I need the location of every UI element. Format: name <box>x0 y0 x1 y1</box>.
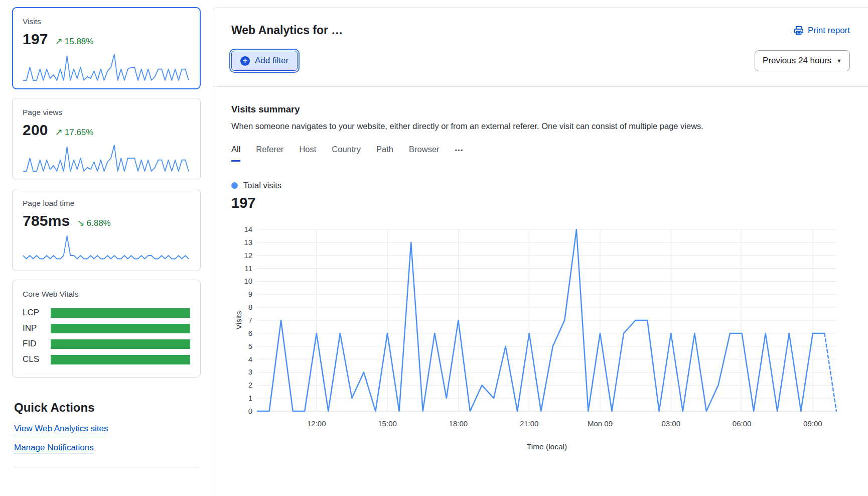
sparkline <box>23 52 189 82</box>
x-axis-title: Time (local) <box>527 442 567 451</box>
x-tick-label: 18:00 <box>449 419 468 428</box>
y-tick-label: 4 <box>248 355 252 363</box>
y-tick-label: 8 <box>248 303 252 311</box>
quick-action-link-1[interactable]: Manage Notifications <box>14 443 94 453</box>
y-tick-label: 0 <box>248 407 252 415</box>
metric-value: 197 <box>23 31 48 48</box>
cwv-bar-good <box>51 355 190 364</box>
tabs-more-ellipsis-icon[interactable]: ••• <box>455 147 464 160</box>
tab-country[interactable]: Country <box>332 145 361 162</box>
trend-up: ↗17.65% <box>55 127 94 138</box>
cwv-row-inp: INP <box>23 323 190 333</box>
main-panel: Web Analytics for … Print report + Add f… <box>213 7 868 496</box>
controls-row: + Add filter Previous 24 hours ▼ <box>213 37 868 71</box>
y-tick-label: 9 <box>248 290 252 298</box>
visits-summary-description: When someone navigates to your website, … <box>231 121 850 131</box>
visits-chart: 0123456789101112131412:0015:0018:0021:00… <box>234 220 850 454</box>
trend-percent: 17.65% <box>65 128 94 137</box>
y-tick-label: 1 <box>248 394 252 402</box>
caret-down-icon: ▼ <box>836 58 842 64</box>
metric-card-page-views[interactable]: Page views200↗17.65% <box>12 98 201 180</box>
cwv-metric-label: LCP <box>23 308 51 318</box>
metric-value: 200 <box>23 121 48 139</box>
core-web-vitals-title: Core Web Vitals <box>23 290 190 299</box>
cwv-metric-label: INP <box>23 323 51 333</box>
quick-actions-links: View Web Analytics sitesManage Notificat… <box>12 424 201 453</box>
cwv-bar-good <box>51 339 190 349</box>
metric-value: 785ms <box>23 212 70 229</box>
main-header: Web Analytics for … Print report <box>213 8 868 37</box>
trend-percent: 6.88% <box>87 218 111 228</box>
x-tick-label: 15:00 <box>378 419 397 428</box>
x-tick-label: 12:00 <box>307 419 326 428</box>
quick-actions-divider <box>14 467 199 467</box>
trend-up: ↗15.88% <box>55 36 94 47</box>
tab-all[interactable]: All <box>231 145 240 162</box>
cwv-row-lcp: LCP <box>23 308 190 318</box>
printer-icon <box>794 26 804 36</box>
trend-down: ↘6.88% <box>77 217 110 228</box>
chart-legend: Total visits <box>231 181 850 190</box>
y-tick-label: 10 <box>244 277 252 285</box>
metric-label: Visits <box>23 17 190 26</box>
cwv-row-cls: CLS <box>23 354 190 364</box>
sparkline <box>23 233 189 264</box>
metric-value-row: 785ms↘6.88% <box>23 212 190 229</box>
trend-percent: 15.88% <box>65 37 94 46</box>
add-filter-label: Add filter <box>255 56 288 66</box>
metric-card-visits[interactable]: Visits197↗15.88% <box>12 7 201 89</box>
y-tick-label: 6 <box>248 329 252 337</box>
y-tick-label: 12 <box>244 251 252 260</box>
x-tick-label: 09:00 <box>803 419 822 428</box>
add-filter-button[interactable]: + Add filter <box>231 51 298 71</box>
total-visits-value: 197 <box>231 195 850 211</box>
cwv-bar-good <box>51 308 190 318</box>
total-visits-legend-dot <box>231 182 238 189</box>
visits-line-chart: 0123456789101112131412:0015:0018:0021:00… <box>234 220 841 452</box>
cwv-bar-track <box>51 324 190 333</box>
cwv-metric-label: FID <box>23 339 51 349</box>
y-tick-label: 2 <box>248 381 252 389</box>
sparkline <box>23 143 189 173</box>
trend-down-arrow-icon: ↘ <box>77 218 84 228</box>
cwv-metric-label: CLS <box>23 354 51 364</box>
dimension-tabs: AllRefererHostCountryPathBrowser••• <box>231 145 850 162</box>
y-tick-label: 7 <box>248 316 252 324</box>
y-tick-label: 5 <box>248 342 252 350</box>
core-web-vitals-rows: LCPINPFIDCLS <box>23 308 190 364</box>
time-range-label: Previous 24 hours <box>763 56 831 66</box>
y-tick-label: 13 <box>244 238 252 246</box>
cwv-bar-track <box>51 355 190 364</box>
trend-up-arrow-icon: ↗ <box>55 36 63 46</box>
x-tick-label: 21:00 <box>520 419 539 428</box>
metric-label: Page views <box>23 108 190 117</box>
metric-cards: Visits197↗15.88%Page views200↗17.65%Page… <box>12 7 201 271</box>
plus-circle-icon: + <box>240 56 250 66</box>
y-tick-label: 3 <box>248 367 252 376</box>
tab-path[interactable]: Path <box>376 145 393 162</box>
cwv-bar-good <box>51 324 190 333</box>
y-tick-label: 11 <box>244 264 252 273</box>
tab-referer[interactable]: Referer <box>256 145 283 162</box>
web-analytics-dashboard: Visits197↗15.88%Page views200↗17.65%Page… <box>0 0 868 496</box>
metric-card-page-load-time[interactable]: Page load time785ms↘6.88% <box>12 189 201 271</box>
core-web-vitals-card[interactable]: Core Web Vitals LCPINPFIDCLS <box>12 280 201 378</box>
tab-browser[interactable]: Browser <box>409 145 440 162</box>
tab-host[interactable]: Host <box>299 145 316 162</box>
page-title: Web Analytics for … <box>231 24 343 37</box>
metric-value-row: 200↗17.65% <box>23 121 190 139</box>
print-report-link[interactable]: Print report <box>794 26 850 36</box>
cwv-row-fid: FID <box>23 339 190 349</box>
x-tick-label: 06:00 <box>733 419 752 428</box>
total-visits-legend-label: Total visits <box>243 181 281 190</box>
cwv-bar-track <box>51 339 190 349</box>
x-tick-label: Mon 09 <box>588 419 613 428</box>
time-range-dropdown[interactable]: Previous 24 hours ▼ <box>755 50 850 71</box>
visits-summary-title: Visits summary <box>231 104 850 115</box>
cwv-bar-track <box>51 308 190 318</box>
x-tick-label: 03:00 <box>662 419 681 428</box>
metrics-sidebar: Visits197↗15.88%Page views200↗17.65%Page… <box>0 7 201 467</box>
metric-value-row: 197↗15.88% <box>23 31 190 48</box>
quick-action-link-0[interactable]: View Web Analytics sites <box>14 424 108 434</box>
y-tick-label: 14 <box>244 225 252 233</box>
